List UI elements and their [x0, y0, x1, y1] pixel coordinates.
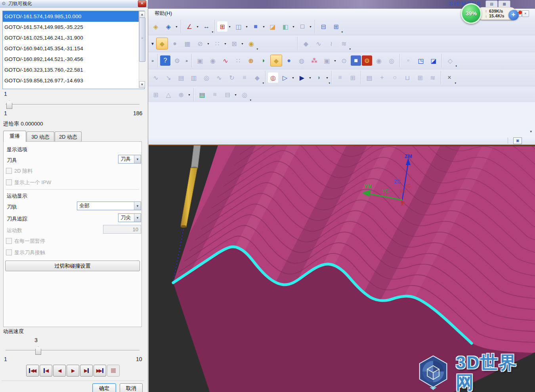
camera-cube-icon[interactable]: ◎	[386, 55, 397, 67]
face-analysis-icon[interactable]: ◫▼	[233, 21, 249, 32]
verify-crosshair-icon[interactable]: ◎	[268, 72, 278, 83]
goto-list[interactable]: GOTO/-161.574,149.985,10.000GOTO/-161.57…	[2, 11, 145, 89]
tool-pair-icon[interactable]: ◆▾	[251, 72, 263, 84]
background-pane-icon[interactable]: □▼	[296, 21, 313, 32]
help-icon[interactable]: ?	[160, 55, 170, 66]
materials-balls-icon[interactable]: ⁂	[308, 55, 320, 67]
go-to-start-button[interactable]: ◀◀	[26, 365, 39, 377]
machine-config-icon-dropdown[interactable]: ▼	[233, 93, 238, 96]
art-shading-icon[interactable]: ∿	[220, 55, 231, 67]
chevron-down-icon[interactable]: ▾	[212, 30, 213, 34]
image-window-icon-dropdown[interactable]: ▼	[333, 59, 337, 62]
chevron-down-icon[interactable]: ▾	[455, 82, 456, 85]
operation-navigator-icon[interactable]: ≡	[334, 72, 346, 84]
delete-icon[interactable]: ×▾	[443, 72, 455, 84]
machine-config-icon[interactable]: ⊟▼	[222, 89, 238, 101]
simulate-toolpath-icon[interactable]: ▶▼	[296, 72, 312, 84]
tool-axis-icon[interactable]: ◆	[300, 38, 312, 49]
step-block-icon[interactable]: ◳	[415, 55, 427, 67]
find-feature-icon[interactable]: ◎▾	[239, 89, 250, 101]
goto-list-scrollbar[interactable]: ▲ ≡ ▼	[139, 11, 145, 88]
image-window-icon[interactable]: ▣▼	[321, 55, 337, 67]
step-forward-button[interactable]: ▶	[80, 365, 93, 377]
replay-toolpath-icon-dropdown[interactable]: ▼	[291, 76, 295, 79]
display-tool-icon[interactable]: ◆	[156, 38, 168, 49]
scroll-up-icon[interactable]: ▲	[139, 11, 145, 18]
chevron-down-icon[interactable]: ▾	[256, 48, 258, 51]
toolbar-overflow-icon[interactable]: ▼	[149, 42, 156, 46]
goto-list-item[interactable]: GOTO/-161.574,149.985,-35.225	[3, 22, 144, 32]
play-forward-button[interactable]: ▶	[67, 365, 79, 377]
scroll-down-icon[interactable]: ▼	[139, 81, 145, 88]
scene-globe-icon[interactable]: ◍	[296, 55, 308, 67]
render-style-icon[interactable]: ⚙	[362, 55, 372, 66]
cancel-button[interactable]: 取消	[120, 383, 143, 392]
more-chevron-icon[interactable]: »	[183, 59, 190, 63]
clip-section-icon[interactable]: ◧▼	[279, 21, 296, 32]
go-to-end-button[interactable]: ▶▶	[94, 365, 106, 377]
program-order-icon[interactable]: ⊞	[347, 72, 359, 84]
basic-light-icon[interactable]: ◆	[270, 55, 282, 67]
layers-stack-icon[interactable]: ▤	[196, 89, 208, 101]
spiral-drive-icon[interactable]: ↻	[226, 72, 238, 84]
shaded-view-icon[interactable]: ■▼	[250, 21, 266, 32]
toolpath-dropdown[interactable]: 全部 ▼	[77, 202, 141, 210]
window-arrange-icon[interactable]: ⊞▾	[330, 21, 342, 32]
chevron-down-icon[interactable]: ▾	[329, 82, 330, 85]
show-tool-contact-checkbox[interactable]	[6, 249, 12, 255]
chevron-down-icon[interactable]: ▼	[134, 214, 141, 222]
play-backward-button[interactable]: ◀	[53, 365, 66, 377]
step-backward-button[interactable]: ◀	[40, 365, 52, 377]
menu-help[interactable]: 帮助(H)	[155, 10, 172, 17]
tool-display-dropdown[interactable]: 刀具 ▼	[118, 155, 141, 164]
cube-frame-icon[interactable]: ⊞	[150, 89, 162, 101]
replay-toolpath-icon[interactable]: ▷▼	[279, 72, 295, 84]
graphics-viewport[interactable]: ZM ZC YM YC XC XM 3D世界网 WWW.3DSJW.COM	[149, 145, 535, 392]
chevron-down-icon[interactable]: ▾	[349, 48, 351, 51]
operator-view-icon[interactable]: ●	[169, 38, 181, 49]
speed-slider-track[interactable]	[6, 350, 139, 351]
clip-section-icon-dropdown[interactable]: ▼	[291, 25, 296, 28]
no-grid-icon[interactable]: ⊘▼	[194, 38, 210, 49]
2d-material-checkbox[interactable]	[6, 168, 12, 174]
chevron-down-icon[interactable]: ▾	[341, 30, 343, 34]
goto-list-item[interactable]: GOTO/-160.892,144.521,-30.456	[3, 54, 144, 65]
face-analysis-icon-dropdown[interactable]: ▼	[245, 25, 249, 28]
face-mill-icon[interactable]: ▥	[188, 72, 200, 84]
section-surface-icon[interactable]: ◪	[267, 21, 279, 32]
chevron-down-icon[interactable]: ▾	[455, 65, 457, 68]
progress-slider-track[interactable]	[6, 104, 139, 105]
studio-cube-icon[interactable]: ■	[351, 55, 361, 66]
ok-button[interactable]: 确定	[92, 383, 116, 392]
erase-block-icon[interactable]: ◪	[428, 55, 439, 67]
measure-distance-icon[interactable]: ↔▾	[201, 21, 212, 32]
verify-toolpath-icon-dropdown[interactable]: ▼	[174, 25, 179, 28]
batch-output-icon[interactable]: ≋	[427, 72, 439, 84]
export-window-icon[interactable]: ⊟	[317, 21, 329, 32]
progress-slider-thumb[interactable]	[6, 101, 12, 109]
restore-view-icon[interactable]: ▣	[513, 137, 522, 144]
display-window-icon[interactable]: ▣	[194, 55, 206, 67]
tool-tracking-dropdown[interactable]: 刀尖 ▼	[118, 213, 141, 222]
background-pane-icon-dropdown[interactable]: ▼	[308, 25, 313, 28]
measure-angle-icon[interactable]: ∠▼	[183, 21, 200, 32]
area-mill-icon[interactable]: ▤	[175, 72, 187, 84]
spotlight-icon[interactable]: ◗	[258, 55, 269, 67]
chevron-down-icon[interactable]: ▾	[250, 99, 251, 102]
dialog-close-icon[interactable]: ✕	[138, 0, 146, 7]
tag-cube-icon[interactable]: ⊞	[414, 72, 426, 84]
dialog-titlebar[interactable]: ⚙ 刀轨可视化 ✕	[0, 0, 148, 8]
tag-plus-icon[interactable]: +	[376, 72, 388, 84]
cut-levels-icon[interactable]: ≡	[239, 72, 250, 84]
animation-speed-slider[interactable]	[3, 346, 142, 354]
curve-project-icon[interactable]: ≋▾	[338, 38, 350, 49]
goto-list-item[interactable]: GOTO/-161.574,149.985,10.000	[3, 11, 144, 22]
curve-drive-icon[interactable]: ∿	[213, 72, 225, 84]
cube-move-icon[interactable]: ⊕▼	[175, 89, 191, 101]
joints-icon[interactable]: ⊙	[338, 55, 350, 67]
goto-list-item[interactable]: GOTO/-160.940,145.354,-31.154	[3, 43, 144, 54]
service-tools-icon[interactable]: ⚙	[171, 55, 183, 67]
render-atom-icon[interactable]: ⊕	[245, 55, 257, 67]
snapshot-camera-icon[interactable]: ◉	[207, 55, 219, 67]
goto-list-item[interactable]: GOTO/-160.323,135.760,-22.581	[3, 65, 144, 75]
